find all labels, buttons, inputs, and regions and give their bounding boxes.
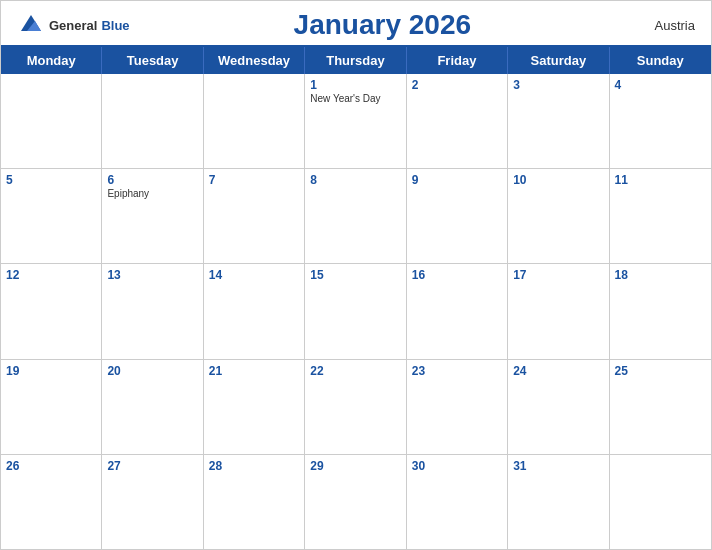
day-number: 23 <box>412 364 502 378</box>
day-cell-29: 29 <box>305 455 406 549</box>
day-cell-4: 4 <box>610 74 711 168</box>
day-number: 31 <box>513 459 603 473</box>
day-cell-7: 7 <box>204 169 305 263</box>
day-number: 1 <box>310 78 400 92</box>
day-number: 3 <box>513 78 603 92</box>
logo-blue: Blue <box>101 18 129 33</box>
weeks-area: 1New Year's Day23456Epiphany789101112131… <box>1 74 711 549</box>
day-cell-23: 23 <box>407 360 508 454</box>
day-number: 20 <box>107 364 197 378</box>
day-cell-26: 26 <box>1 455 102 549</box>
day-number: 27 <box>107 459 197 473</box>
day-cell-2: 2 <box>407 74 508 168</box>
day-number: 14 <box>209 268 299 282</box>
day-number: 6 <box>107 173 197 187</box>
day-cell-30: 30 <box>407 455 508 549</box>
holiday-label: New Year's Day <box>310 93 400 104</box>
day-number: 18 <box>615 268 706 282</box>
day-cell-18: 18 <box>610 264 711 358</box>
day-number: 16 <box>412 268 502 282</box>
country-label: Austria <box>635 18 695 33</box>
day-cell-empty <box>102 74 203 168</box>
day-number: 10 <box>513 173 603 187</box>
day-number: 25 <box>615 364 706 378</box>
day-number: 19 <box>6 364 96 378</box>
day-cell-28: 28 <box>204 455 305 549</box>
day-cell-empty <box>204 74 305 168</box>
day-cell-10: 10 <box>508 169 609 263</box>
logo-general: General <box>49 18 97 33</box>
day-cell-24: 24 <box>508 360 609 454</box>
month-title: January 2026 <box>130 9 635 41</box>
holiday-label: Epiphany <box>107 188 197 199</box>
day-cell-31: 31 <box>508 455 609 549</box>
day-number: 17 <box>513 268 603 282</box>
day-number: 11 <box>615 173 706 187</box>
day-number: 21 <box>209 364 299 378</box>
week-row-2: 12131415161718 <box>1 264 711 359</box>
day-number: 15 <box>310 268 400 282</box>
day-number: 22 <box>310 364 400 378</box>
day-cell-25: 25 <box>610 360 711 454</box>
day-number: 13 <box>107 268 197 282</box>
header-cell-sunday: Sunday <box>610 47 711 74</box>
day-cell-17: 17 <box>508 264 609 358</box>
day-cell-empty <box>610 455 711 549</box>
day-cell-8: 8 <box>305 169 406 263</box>
header-cell-tuesday: Tuesday <box>102 47 203 74</box>
day-number: 9 <box>412 173 502 187</box>
day-number: 29 <box>310 459 400 473</box>
day-cell-3: 3 <box>508 74 609 168</box>
day-cell-22: 22 <box>305 360 406 454</box>
header-cell-saturday: Saturday <box>508 47 609 74</box>
header-cell-friday: Friday <box>407 47 508 74</box>
day-cell-21: 21 <box>204 360 305 454</box>
week-row-4: 262728293031 <box>1 455 711 549</box>
day-cell-14: 14 <box>204 264 305 358</box>
day-cell-20: 20 <box>102 360 203 454</box>
header-cell-monday: Monday <box>1 47 102 74</box>
day-number: 8 <box>310 173 400 187</box>
week-row-3: 19202122232425 <box>1 360 711 455</box>
logo-area: General Blue <box>17 11 130 39</box>
day-cell-13: 13 <box>102 264 203 358</box>
day-cell-12: 12 <box>1 264 102 358</box>
logo-text: General Blue <box>17 11 130 39</box>
top-bar: General Blue January 2026 Austria <box>1 1 711 45</box>
day-cell-11: 11 <box>610 169 711 263</box>
day-cell-6: 6Epiphany <box>102 169 203 263</box>
day-cell-16: 16 <box>407 264 508 358</box>
day-number: 28 <box>209 459 299 473</box>
day-number: 12 <box>6 268 96 282</box>
day-cell-9: 9 <box>407 169 508 263</box>
week-row-0: 1New Year's Day234 <box>1 74 711 169</box>
day-number: 30 <box>412 459 502 473</box>
day-number: 7 <box>209 173 299 187</box>
day-cell-5: 5 <box>1 169 102 263</box>
day-number: 4 <box>615 78 706 92</box>
header-cell-thursday: Thursday <box>305 47 406 74</box>
day-number: 2 <box>412 78 502 92</box>
week-row-1: 56Epiphany7891011 <box>1 169 711 264</box>
day-cell-19: 19 <box>1 360 102 454</box>
day-number: 5 <box>6 173 96 187</box>
day-cell-27: 27 <box>102 455 203 549</box>
day-cell-empty <box>1 74 102 168</box>
calendar: General Blue January 2026 Austria Monday… <box>0 0 712 550</box>
day-cell-15: 15 <box>305 264 406 358</box>
header-cell-wednesday: Wednesday <box>204 47 305 74</box>
calendar-grid: MondayTuesdayWednesdayThursdayFridaySatu… <box>1 45 711 549</box>
generalblue-icon <box>17 11 45 39</box>
day-number: 26 <box>6 459 96 473</box>
weekday-header-row: MondayTuesdayWednesdayThursdayFridaySatu… <box>1 47 711 74</box>
day-cell-1: 1New Year's Day <box>305 74 406 168</box>
day-number: 24 <box>513 364 603 378</box>
